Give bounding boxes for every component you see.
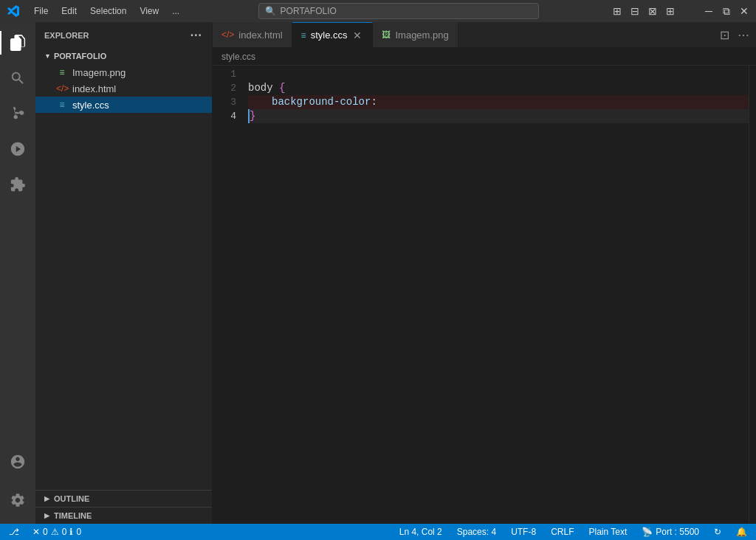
file-css-icon: ≡ — [56, 100, 68, 110]
editor-area: </> index.html ≡ style.ccs ✕ 🖼 Imagem.pn… — [213, 22, 756, 524]
tabs-actions: ⊡ ⋯ — [712, 22, 756, 47]
code-line-4[interactable]: } — [248, 109, 749, 123]
menu-file[interactable]: File — [28, 4, 54, 18]
tab-imagem-label: Imagem.png — [395, 30, 448, 41]
search-text: PORTAFOLIO — [281, 6, 337, 16]
status-language[interactable]: Plain Text — [585, 524, 630, 540]
timeline-header[interactable]: ▶ TIMELINE — [35, 508, 212, 524]
activity-extensions[interactable] — [0, 167, 35, 202]
activity-settings[interactable] — [0, 482, 35, 518]
status-port[interactable]: 📡 Port : 5500 — [639, 524, 702, 540]
menu-edit[interactable]: Edit — [55, 4, 83, 18]
tab-style-ccs[interactable]: ≡ style.ccs ✕ — [292, 22, 374, 47]
menu-bar: File Edit Selection View ... — [28, 4, 185, 18]
status-encoding[interactable]: UTF-8 — [508, 524, 539, 540]
code-content[interactable]: body { background-color: } — [242, 66, 749, 524]
status-sync[interactable]: ↻ — [711, 524, 724, 540]
file-item-index[interactable]: </> index.html — [35, 80, 212, 97]
menu-view[interactable]: View — [134, 4, 165, 18]
tab-close-button[interactable]: ✕ — [351, 30, 363, 41]
code-line-1 — [248, 67, 749, 81]
file-imagem-label: Imagem.png — [72, 67, 126, 78]
layout-toggle-3[interactable]: ⊠ — [647, 5, 659, 17]
line-num-2: 2 — [213, 81, 236, 95]
status-bar: ⎇ ✕ 0 ⚠ 0 ℹ 0 Ln 4, Col 2 Spaces: 4 UTF-… — [0, 524, 756, 540]
activity-account[interactable] — [0, 444, 35, 480]
code-line-2[interactable]: body { — [248, 81, 749, 95]
title-bar: File Edit Selection View ... 🔍 PORTAFOLI… — [0, 0, 756, 22]
sidebar-bottom: ▶ OUTLINE ▶ TIMELINE — [35, 490, 212, 524]
menu-selection[interactable]: Selection — [84, 4, 132, 18]
status-bell[interactable]: 🔔 — [733, 524, 750, 540]
activity-source-control[interactable] — [0, 96, 35, 131]
status-line-col[interactable]: Ln 4, Col 2 — [396, 524, 445, 540]
encoding-text: UTF-8 — [511, 527, 536, 537]
line-col-text: Ln 4, Col 2 — [399, 527, 442, 537]
code-editor[interactable]: 1 2 3 4 body { background-color: } — [213, 66, 756, 524]
search-bar[interactable]: 🔍 PORTAFOLIO — [258, 3, 539, 19]
tab-style-label: style.ccs — [311, 30, 348, 41]
timeline-label: TIMELINE — [54, 511, 92, 520]
restore-button[interactable]: ⧉ — [721, 5, 732, 17]
file-style-label: style.ccs — [72, 100, 109, 111]
info-count: 0 — [76, 527, 81, 537]
tab-index-html[interactable]: </> index.html — [213, 22, 292, 47]
tab-html-icon: </> — [221, 30, 234, 40]
folder-name: PORTAFOLIO — [54, 52, 106, 60]
more-tabs-button[interactable]: ⋯ — [735, 27, 752, 43]
explorer-title: EXPLORER — [44, 31, 89, 40]
error-count: 0 — [43, 527, 48, 537]
folder-header[interactable]: ▼ PORTAFOLIO — [35, 48, 212, 64]
sidebar-actions: ⋯ — [188, 28, 203, 43]
file-png-icon: ≡ — [56, 67, 68, 77]
info-icon: ℹ — [69, 527, 73, 537]
layout-toggle-4[interactable]: ⊞ — [664, 5, 676, 17]
activity-search[interactable] — [0, 60, 35, 96]
line-num-4: 4 — [213, 109, 236, 123]
layout-toggle-2[interactable]: ⊟ — [629, 5, 641, 17]
folder-section: ▼ PORTAFOLIO ≡ Imagem.png </> index.html… — [35, 48, 212, 113]
breadcrumb: style.ccs — [213, 48, 756, 66]
chevron-right-icon-2: ▶ — [44, 512, 49, 519]
activity-explorer[interactable] — [0, 25, 35, 60]
spaces-text: Spaces: 4 — [457, 527, 496, 537]
bell-icon: 🔔 — [736, 527, 747, 537]
port-text: Port : 5500 — [656, 527, 699, 537]
timeline-section: ▶ TIMELINE — [35, 507, 212, 524]
activity-bar-bottom — [0, 444, 35, 524]
tab-imagem-png[interactable]: 🖼 Imagem.png — [373, 22, 458, 47]
warning-icon: ⚠ — [51, 527, 59, 537]
code-selector: body — [248, 81, 279, 95]
status-line-ending[interactable]: CRLF — [548, 524, 577, 540]
file-item-imagem[interactable]: ≡ Imagem.png — [35, 64, 212, 80]
tab-png-icon: 🖼 — [382, 30, 391, 40]
activity-run[interactable] — [0, 131, 35, 167]
outline-header[interactable]: ▶ OUTLINE — [35, 491, 212, 507]
code-brace-open: { — [279, 81, 285, 95]
outline-label: OUTLINE — [54, 494, 89, 503]
status-branch[interactable]: ⎇ — [6, 524, 22, 540]
tabs-bar: </> index.html ≡ style.ccs ✕ 🖼 Imagem.pn… — [213, 22, 756, 48]
title-bar-right: ⊞ ⊟ ⊠ ⊞ ─ ⧉ ✕ — [611, 5, 750, 17]
menu-more[interactable]: ... — [166, 4, 185, 18]
close-button[interactable]: ✕ — [738, 5, 750, 17]
minimize-button[interactable]: ─ — [703, 5, 715, 17]
split-editor-button[interactable]: ⊡ — [716, 27, 732, 43]
breadcrumb-text: style.ccs — [221, 52, 255, 62]
title-bar-left: File Edit Selection View ... — [6, 4, 185, 18]
new-file-button[interactable]: ⋯ — [188, 28, 203, 43]
status-errors[interactable]: ✕ 0 ⚠ 0 ℹ 0 — [30, 524, 84, 540]
warning-count: 0 — [62, 527, 67, 537]
file-index-label: index.html — [72, 83, 116, 94]
activity-bar — [0, 22, 35, 524]
search-icon: 🔍 — [265, 6, 276, 16]
language-text: Plain Text — [588, 527, 627, 537]
line-numbers: 1 2 3 4 — [213, 66, 242, 524]
code-brace-close: } — [250, 109, 255, 123]
layout-toggle-1[interactable]: ⊞ — [611, 5, 623, 17]
status-spaces[interactable]: Spaces: 4 — [454, 524, 499, 540]
code-line-3[interactable]: background-color: — [248, 95, 749, 109]
file-item-style[interactable]: ≡ style.ccs — [35, 97, 212, 113]
error-icon: ✕ — [32, 527, 40, 537]
main-layout: EXPLORER ⋯ ▼ PORTAFOLIO ≡ Imagem.png </>… — [0, 22, 756, 524]
